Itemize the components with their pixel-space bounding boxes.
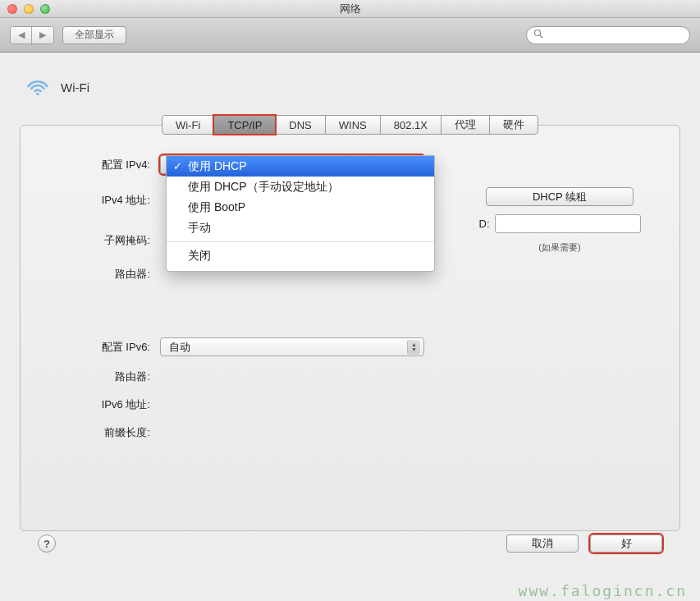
titlebar: 网络 bbox=[0, 0, 700, 18]
dropdown-item-off[interactable]: 关闭 bbox=[167, 245, 434, 266]
watermark: www.falogincn.cn bbox=[519, 582, 687, 599]
zoom-window-button[interactable] bbox=[40, 4, 50, 14]
tab-tcpip[interactable]: TCP/IP bbox=[213, 115, 276, 135]
tab-8021x[interactable]: 802.1X bbox=[380, 115, 442, 135]
tab-wins[interactable]: WINS bbox=[325, 115, 381, 135]
ipv6-config-value: 自动 bbox=[169, 340, 190, 355]
traffic-lights bbox=[0, 4, 50, 14]
svg-line-1 bbox=[540, 35, 542, 38]
ipv6-router-label: 路由器: bbox=[43, 369, 150, 384]
show-all-button[interactable]: 全部显示 bbox=[62, 26, 126, 44]
ipv4-router-label: 路由器: bbox=[43, 267, 150, 282]
dhcp-renew-button[interactable]: DHCP 续租 bbox=[486, 187, 634, 206]
forward-button[interactable]: ▶ bbox=[32, 27, 53, 44]
service-header: Wi-Fi bbox=[20, 77, 680, 97]
dropdown-item-dhcp[interactable]: 使用 DHCP bbox=[167, 156, 434, 177]
ipv4-subnet-label: 子网掩码: bbox=[43, 233, 150, 248]
ok-button[interactable]: 好 bbox=[590, 534, 662, 553]
dropdown-separator bbox=[167, 241, 434, 242]
content-area: Wi-Fi Wi-Fi TCP/IP DNS WINS 802.1X 代理 硬件… bbox=[0, 53, 700, 580]
minimize-window-button[interactable] bbox=[24, 4, 34, 14]
cancel-button[interactable]: 取消 bbox=[506, 534, 579, 553]
svg-point-0 bbox=[535, 30, 541, 36]
tab-dns[interactable]: DNS bbox=[275, 115, 325, 135]
dropdown-item-manual[interactable]: 手动 bbox=[167, 218, 434, 238]
back-button[interactable]: ◀ bbox=[11, 27, 32, 44]
tab-proxies[interactable]: 代理 bbox=[441, 115, 490, 135]
ipv4-config-label: 配置 IPv4: bbox=[43, 158, 150, 172]
toolbar: ◀ ▶ 全部显示 bbox=[0, 18, 700, 53]
client-id-input[interactable] bbox=[495, 214, 641, 233]
tabs: Wi-Fi TCP/IP DNS WINS 802.1X 代理 硬件 bbox=[162, 115, 538, 135]
ipv4-addr-label: IPv4 地址: bbox=[43, 193, 150, 208]
window-title: 网络 bbox=[340, 2, 361, 16]
ipv6-config-select[interactable]: 自动 ▲▼ bbox=[160, 337, 424, 356]
settings-panel: 配置 IPv4: ▲▼ IPv4 地址: DHCP 续租 D: (如果需要) bbox=[20, 125, 680, 531]
tab-hardware[interactable]: 硬件 bbox=[489, 115, 538, 135]
bottom-bar: ? 取消 好 bbox=[20, 534, 680, 553]
ipv4-config-dropdown: 使用 DHCP 使用 DHCP（手动设定地址） 使用 BootP 手动 关闭 bbox=[166, 155, 435, 272]
wifi-icon bbox=[25, 77, 51, 97]
chevron-updown-icon: ▲▼ bbox=[407, 340, 420, 355]
nav-buttons: ◀ ▶ bbox=[10, 26, 54, 44]
svg-point-2 bbox=[36, 93, 39, 96]
ipv6-addr-label: IPv6 地址: bbox=[43, 397, 150, 412]
ipv6-config-label: 配置 IPv6: bbox=[43, 340, 150, 355]
client-id-label: D: bbox=[479, 218, 490, 230]
client-id-hint: (如果需要) bbox=[538, 241, 580, 254]
dropdown-item-dhcp-manual[interactable]: 使用 DHCP（手动设定地址） bbox=[167, 177, 434, 197]
dropdown-item-bootp[interactable]: 使用 BootP bbox=[167, 197, 434, 218]
tab-wifi[interactable]: Wi-Fi bbox=[162, 115, 214, 135]
close-window-button[interactable] bbox=[7, 4, 17, 14]
service-name: Wi-Fi bbox=[61, 80, 89, 94]
search-icon bbox=[533, 29, 543, 41]
ipv6-prefix-label: 前缀长度: bbox=[43, 425, 150, 440]
help-button[interactable]: ? bbox=[38, 534, 56, 553]
search-input[interactable] bbox=[526, 26, 690, 44]
